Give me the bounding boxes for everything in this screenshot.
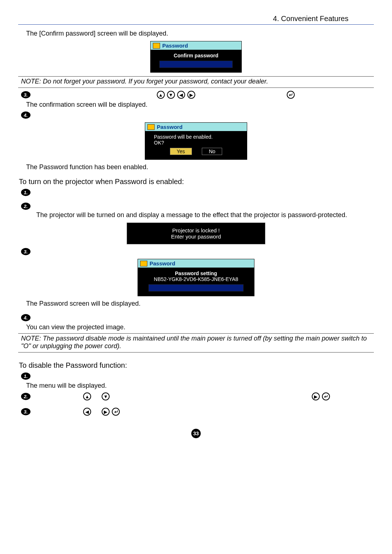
step-number: 4. <box>21 111 30 119</box>
step-4: 4. Select "Yes" and press the ENTER butt… <box>21 111 374 119</box>
subsection-heading: To disable the Password function: <box>19 361 374 370</box>
divider <box>18 76 374 77</box>
paragraph: The menu will be displayed. <box>26 382 374 390</box>
divider <box>18 24 374 25</box>
enter-icon: ↵ <box>112 408 120 416</box>
step-text: button to select "Security" and then pre… <box>122 408 302 415</box>
divider <box>18 352 374 353</box>
step-a1: 1. Press the Main Power switch to the On… <box>21 189 374 196</box>
dialog-icon <box>153 43 160 49</box>
paragraph: The Password function has been enabled. <box>26 163 374 171</box>
step-number: 2. <box>21 393 30 400</box>
page-number-value: 33 <box>193 431 199 436</box>
step-text: buttons and press the ENTER <box>197 91 285 98</box>
paragraph: The [Confirm password] screen will be di… <box>26 30 374 37</box>
dialog-line: Projector is locked ! <box>134 227 258 233</box>
step-number: 4. <box>21 314 30 321</box>
password-input-field <box>159 61 233 68</box>
step-number: 3. <box>21 408 30 415</box>
paragraph: The projector will be turned on and disp… <box>36 211 374 219</box>
step-text: button to select "Projector Options" and… <box>121 393 310 400</box>
no-button: No <box>202 148 222 155</box>
dialog-line: Password setting <box>142 270 250 276</box>
dialog-title: Password <box>157 124 183 130</box>
yes-button: Yes <box>170 148 192 155</box>
step-text: Press the MENU button. <box>33 372 103 380</box>
arrow-down-icon: ▼ <box>102 392 110 400</box>
dialog-line: Password will be enabled. <box>149 134 243 140</box>
divider <box>18 333 374 334</box>
step-text: button. <box>297 91 318 98</box>
password-input-field <box>148 284 244 292</box>
step-number: 3. <box>21 248 30 255</box>
step-text: or <box>93 408 99 415</box>
dialog-line: OK? <box>149 140 243 146</box>
page-number: 33 <box>18 429 374 438</box>
password-enabled-dialog: Password Password will be enabled. OK? Y… <box>18 122 374 160</box>
step-text: Use the SELECT <box>33 408 81 415</box>
step-3: 3. Type in the same combination of SELEC… <box>21 91 374 99</box>
dialog-icon <box>147 124 155 130</box>
confirm-password-dialog: Password Confirm password <box>18 41 374 73</box>
arrow-right-icon: ▶ <box>102 408 110 416</box>
arrow-down-icon: ▼ <box>167 91 175 99</box>
arrow-up-icon: ▲ <box>83 392 91 400</box>
step-text: Select "Yes" and press the ENTER button. <box>33 111 156 119</box>
paragraph: The confirmation screen will be displaye… <box>26 101 374 109</box>
arrow-up-icon: ▲ <box>157 91 165 99</box>
step-text: button. <box>332 393 353 400</box>
step-number: 1. <box>21 372 30 380</box>
dialog-line: Enter your password <box>134 233 258 240</box>
step-a3: 3. Press the MENU button. <box>21 248 374 255</box>
password-setting-dialog: Password Password setting NB52-YGK8-2VD6… <box>18 259 374 296</box>
arrow-right-icon: ▶ <box>312 392 320 400</box>
enter-icon: ↵ <box>287 91 295 99</box>
step-text: or <box>93 393 99 400</box>
arrow-right-icon: ▶ <box>187 91 195 99</box>
step-number: 2. <box>21 203 30 210</box>
step-text: Press and hold the POWER (ON/STAND BY) b… <box>33 203 267 210</box>
dialog-title: Password <box>162 42 188 49</box>
paragraph: The Password screen will be displayed. <box>26 300 374 307</box>
step-b2: 2. Use the SELECT ▲ or ▼ button to selec… <box>21 392 374 400</box>
step-a4: 4. Enter your password in the Password s… <box>21 314 374 321</box>
step-text: Type in the same combination of SELECT <box>33 91 155 98</box>
dialog-code: NB52-YGK8-2VD6-K585-JNE6-EYA8 <box>142 276 250 282</box>
arrow-left-icon: ◀ <box>83 408 91 416</box>
step-text: Use the SELECT <box>33 393 81 400</box>
step-text: Press the MENU button. <box>33 248 103 255</box>
note-text: NOTE: The password disable mode is maint… <box>21 335 374 350</box>
subsection-heading: To turn on the projector when Password i… <box>19 178 374 186</box>
section-header: 4. Convenient Features <box>18 15 374 23</box>
step-number: 1. <box>21 189 30 196</box>
enter-icon: ↵ <box>322 392 330 400</box>
dialog-subtitle: Confirm password <box>154 53 238 58</box>
paragraph: You can view the projected image. <box>26 323 374 331</box>
projector-locked-dialog: Projector is locked ! Enter your passwor… <box>18 223 374 244</box>
step-number: 3. <box>21 91 30 98</box>
divider <box>18 87 374 88</box>
note-text: NOTE: Do not forget your password. If yo… <box>21 78 374 85</box>
step-text: Enter your password in the Password scre… <box>33 314 252 321</box>
step-b1: 1. Press the MENU button. <box>21 372 374 380</box>
dialog-icon <box>140 261 147 266</box>
step-b3: 3. Use the SELECT ◀ or ▶ ↵ button to sel… <box>21 408 374 416</box>
step-a2: 2. Press and hold the POWER (ON/STAND BY… <box>21 203 374 210</box>
arrow-left-icon: ◀ <box>177 91 185 99</box>
dialog-title: Password <box>150 260 175 266</box>
step-text: Press the Main Power switch to the On po… <box>33 189 181 196</box>
